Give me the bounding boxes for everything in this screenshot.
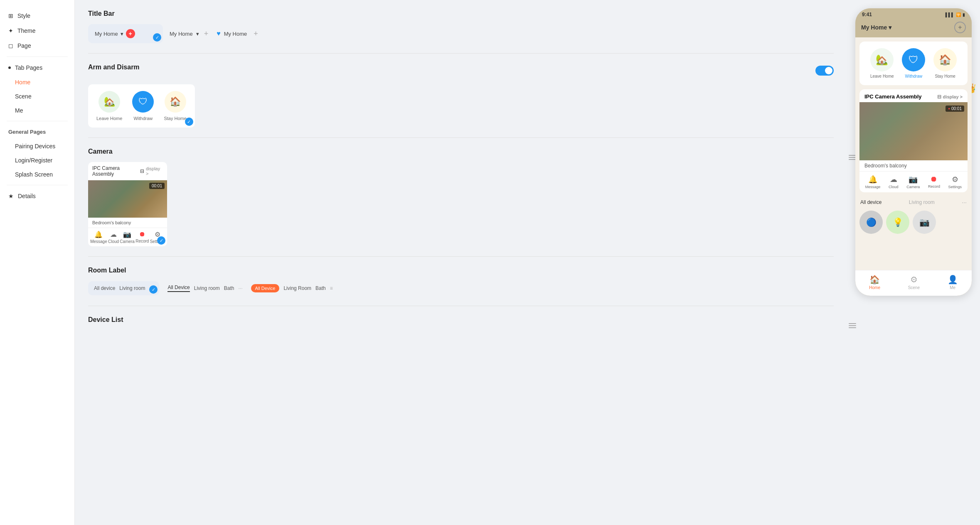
phone-withdraw-btn[interactable]: 🛡 Withdraw (902, 48, 925, 79)
phone-device-1[interactable]: 🔵 (859, 211, 883, 234)
phone-withdraw-label: Withdraw (905, 74, 923, 79)
phone-camera-bedroom-label: Bedroom's balcony (859, 160, 968, 171)
phone-stay-home-btn[interactable]: 🏠 Stay Home (933, 48, 957, 79)
room-v1-living-room: Living room (119, 285, 145, 291)
star-icon: ★ (8, 193, 14, 199)
phone-bottom-nav: 🏠 Home ⚙ Scene 👤 Me (855, 270, 972, 296)
phone-device-3[interactable]: 📷 (913, 211, 936, 234)
camera-message-btn[interactable]: 🔔 Message (90, 231, 107, 244)
room-label-variant-3: All Device Living Room Bath ≡ (251, 281, 333, 296)
main-content: Title Bar My Home ▾ + ✓ My Home ▾ + ♥ My… (75, 0, 847, 525)
record-label: Record (135, 239, 149, 243)
arm-disarm-toggle[interactable] (815, 66, 834, 76)
phone-nav-me[interactable]: 👤 Me (948, 275, 958, 290)
title-bar-v2-plus[interactable]: + (204, 29, 209, 38)
sidebar-item-login-register[interactable]: Login/Register (0, 153, 74, 167)
phone-home-nav-icon: 🏠 (869, 275, 880, 285)
phone-nav-scene[interactable]: ⚙ Scene (908, 275, 920, 290)
room-v3-menu[interactable]: ≡ (330, 285, 333, 291)
title-bar-v2-text: My Home (170, 31, 193, 37)
room-label-section: Room Label All device Living room ··· ✓ … (88, 267, 834, 296)
heart-icon: ♥ (217, 30, 221, 37)
phone-camera-btn[interactable]: 📷 Camera (906, 175, 920, 189)
phone-leave-home-btn[interactable]: 🏡 Leave Home (870, 48, 894, 79)
divider-1 (88, 53, 834, 54)
sidebar-divider-2 (7, 121, 68, 121)
sidebar-item-page[interactable]: ◻ Page (0, 38, 74, 53)
room-v2-all-device[interactable]: All Device (167, 285, 190, 292)
sidebar-item-details[interactable]: ★ Details (0, 189, 74, 204)
sidebar-item-tab-pages[interactable]: Tab Pages (0, 60, 74, 75)
camera-timer: 00:01 (149, 183, 165, 189)
stay-home-btn[interactable]: 🏠 Stay Home (164, 91, 186, 121)
sidebar-item-pairing-devices[interactable]: Pairing Devices (0, 139, 74, 153)
phone-living-room-label: Living room (909, 199, 935, 205)
sidebar-item-theme[interactable]: ✦ Theme (0, 23, 74, 38)
phone-add-button[interactable]: + (954, 22, 966, 33)
camera-camera-btn[interactable]: 📷 Camera (120, 231, 135, 244)
sidebar-divider-3 (7, 185, 68, 185)
sidebar-item-style[interactable]: ⊞ Style (0, 8, 74, 23)
sidebar-general-pages-label: General Pages (8, 129, 46, 135)
title-bar-variants: My Home ▾ + ✓ My Home ▾ + ♥ My Home + (88, 24, 834, 43)
sidebar-pairing-label: Pairing Devices (15, 143, 55, 150)
phone-camera-header: IPC Camera Assembly ⊟ display > (859, 89, 968, 102)
sidebar-item-home[interactable]: Home (0, 75, 74, 89)
sidebar-item-splash-screen[interactable]: Splash Screen (0, 167, 74, 182)
phone-camera-display[interactable]: display > (943, 94, 963, 99)
title-bar-v3-plus[interactable]: + (254, 29, 258, 38)
drag-handle-bottom[interactable] (847, 320, 858, 331)
withdraw-btn[interactable]: 🛡 Withdraw (132, 91, 154, 121)
phone-camera-title: IPC Camera Assembly (864, 93, 922, 100)
phone-arm-section: 🏡 Leave Home 🛡 Withdraw 🏠 Stay Home (859, 42, 968, 85)
cloud-icon: ☁ (110, 231, 117, 238)
sidebar-login-label: Login/Register (15, 157, 52, 164)
camera-record-btn[interactable]: ⏺ Record (135, 231, 149, 244)
camera-cloud-btn[interactable]: ☁ Cloud (108, 231, 119, 244)
phone-message-btn[interactable]: 🔔 Message (865, 175, 881, 189)
phone-stay-home-icon: 🏠 (933, 48, 957, 71)
dot-icon (8, 66, 11, 69)
leave-home-btn[interactable]: 🏡 Leave Home (96, 91, 122, 121)
page-icon: ◻ (8, 42, 13, 49)
phone-device-rows: 🔵 💡 📷 (855, 208, 972, 236)
phone-home-title: My Home ▾ (861, 24, 891, 31)
phone-nav-home[interactable]: 🏠 Home (869, 275, 880, 290)
camera-preview: 00:01 (88, 180, 167, 218)
title-bar-variant-1[interactable]: My Home ▾ + ✓ (88, 24, 163, 43)
room-v1-all-device: All device (94, 285, 115, 291)
title-bar-v2-arrow: ▾ (196, 31, 199, 37)
drag-line-6 (849, 327, 856, 328)
title-bar-v1-plus[interactable]: + (126, 29, 135, 38)
phone-message-icon: 🔔 (868, 175, 877, 184)
title-bar-v1-checkmark: ✓ (153, 33, 161, 42)
camera-grid-icon: ⊟ (140, 168, 144, 174)
sidebar-item-scene[interactable]: Scene (0, 89, 74, 103)
room-v2-dots: ··· (238, 285, 242, 291)
sidebar-tab-pages-label: Tab Pages (15, 64, 42, 71)
camera-title: IPC Camera Assembly (92, 165, 140, 177)
device-list-heading: Device List (88, 316, 834, 324)
camera-display-btn[interactable]: display > (146, 166, 163, 176)
room-v3-living-room[interactable]: Living Room (283, 285, 311, 291)
room-v3-all-device[interactable]: All Device (251, 284, 280, 292)
divider-3 (88, 256, 834, 257)
phone-record-btn[interactable]: ⏺ Record (928, 175, 940, 189)
phone-device-2[interactable]: 💡 (886, 211, 909, 234)
room-label-variant-1[interactable]: All device Living room ··· ✓ (88, 281, 159, 295)
sidebar-item-me[interactable]: Me (0, 103, 74, 118)
room-v2-bath[interactable]: Bath (224, 285, 234, 291)
phone-camera-header-icons: ⊟ display > (937, 94, 963, 100)
room-v3-bath[interactable]: Bath (315, 285, 326, 291)
phone-camera-label: Camera (906, 185, 920, 189)
phone-all-device-label: All device (860, 199, 882, 205)
phone-settings-btn[interactable]: ⚙ Settings (948, 175, 962, 189)
phone-settings-icon: ⚙ (952, 175, 958, 184)
signal-icon: ▌▌▌ (946, 12, 954, 17)
room-v2-living-room[interactable]: Living room (194, 285, 220, 291)
camera-icon: 📷 (123, 231, 131, 238)
phone-cloud-btn[interactable]: ☁ Cloud (889, 175, 899, 189)
phone-content: 🏡 Leave Home 🛡 Withdraw 🏠 Stay Home IPC … (855, 37, 972, 270)
camera-checkmark: ✓ (157, 236, 165, 245)
sidebar-me-label: Me (15, 107, 23, 114)
